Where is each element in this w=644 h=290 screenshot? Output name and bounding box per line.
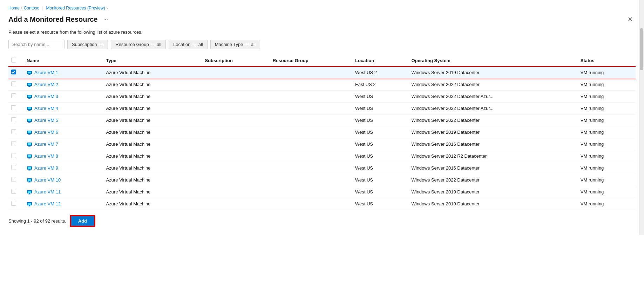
row-checkbox[interactable] bbox=[11, 117, 16, 122]
row-location-cell: West US 2 bbox=[351, 67, 407, 79]
vm-icon bbox=[27, 177, 32, 183]
row-checkbox-cell bbox=[8, 174, 22, 186]
scrollbar-track[interactable] bbox=[639, 0, 644, 235]
machine-type-filter[interactable]: Machine Type == all bbox=[210, 40, 260, 49]
row-resource-group-cell bbox=[269, 138, 351, 150]
results-count: Showing 1 - 92 of 92 results. bbox=[8, 218, 66, 224]
table-row[interactable]: Azure VM 12Azure Virtual MachineWest USW… bbox=[8, 198, 636, 210]
row-checkbox-cell bbox=[8, 138, 22, 150]
col-header-location: Location bbox=[351, 55, 407, 67]
scrollbar-thumb[interactable] bbox=[640, 28, 643, 70]
row-subscription-cell bbox=[201, 114, 268, 126]
resource-group-filter[interactable]: Resource Group == all bbox=[111, 40, 166, 49]
vm-link[interactable]: Azure VM 11 bbox=[27, 189, 97, 195]
table-row[interactable]: Azure VM 1Azure Virtual MachineWest US 2… bbox=[8, 67, 636, 79]
filter-bar: Subscription == Resource Group == all Lo… bbox=[8, 40, 636, 49]
resource-table: Name Type Subscription Resource Group Lo… bbox=[8, 55, 636, 210]
vm-link[interactable]: Azure VM 7 bbox=[27, 141, 97, 147]
col-header-status: Status bbox=[576, 55, 636, 67]
vm-name: Azure VM 7 bbox=[34, 141, 58, 147]
row-status-cell: VM running bbox=[576, 114, 636, 126]
vm-link[interactable]: Azure VM 10 bbox=[27, 177, 97, 183]
row-checkbox-cell bbox=[8, 186, 22, 198]
svg-rect-9 bbox=[28, 95, 31, 97]
table-row[interactable]: Azure VM 5Azure Virtual MachineWest USWi… bbox=[8, 114, 636, 126]
search-input[interactable] bbox=[8, 40, 65, 49]
row-checkbox[interactable] bbox=[11, 141, 16, 146]
row-location-cell: East US 2 bbox=[351, 79, 407, 91]
svg-rect-35 bbox=[29, 170, 30, 170]
row-checkbox-cell bbox=[8, 126, 22, 138]
row-checkbox[interactable] bbox=[11, 70, 16, 74]
row-resource-group-cell bbox=[269, 126, 351, 138]
row-name-cell: Azure VM 5 bbox=[22, 114, 102, 126]
vm-link[interactable]: Azure VM 1 bbox=[27, 70, 97, 75]
svg-rect-38 bbox=[28, 182, 30, 183]
row-checkbox[interactable] bbox=[11, 93, 16, 98]
row-subscription-cell bbox=[201, 67, 268, 79]
footer-row: Showing 1 - 92 of 92 results. Add bbox=[8, 216, 636, 226]
vm-name: Azure VM 11 bbox=[34, 189, 61, 195]
vm-link[interactable]: Azure VM 12 bbox=[27, 201, 97, 207]
add-button[interactable]: Add bbox=[70, 216, 95, 226]
vm-icon bbox=[27, 82, 32, 87]
row-checkbox[interactable] bbox=[11, 81, 16, 86]
close-button[interactable]: ✕ bbox=[625, 15, 636, 24]
row-checkbox[interactable] bbox=[11, 153, 16, 158]
row-checkbox[interactable] bbox=[11, 105, 16, 110]
row-os-cell: Windows Server 2016 Datacenter bbox=[407, 138, 576, 150]
table-row[interactable]: Azure VM 9Azure Virtual MachineWest USWi… bbox=[8, 162, 636, 174]
row-subscription-cell bbox=[201, 79, 268, 91]
table-row[interactable]: Azure VM 10Azure Virtual MachineWest USW… bbox=[8, 174, 636, 186]
vm-link[interactable]: Azure VM 2 bbox=[27, 82, 97, 87]
subscription-filter[interactable]: Subscription == bbox=[67, 40, 108, 49]
select-all-checkbox[interactable] bbox=[11, 58, 16, 62]
table-row[interactable]: Azure VM 6Azure Virtual MachineWest USWi… bbox=[8, 126, 636, 138]
row-resource-group-cell bbox=[269, 186, 351, 198]
row-subscription-cell bbox=[201, 103, 268, 114]
vm-link[interactable]: Azure VM 6 bbox=[27, 130, 97, 135]
row-status-cell: VM running bbox=[576, 91, 636, 103]
vm-link[interactable]: Azure VM 5 bbox=[27, 118, 97, 123]
row-name-cell: Azure VM 10 bbox=[22, 174, 102, 186]
svg-rect-42 bbox=[28, 194, 30, 195]
breadcrumb-home[interactable]: Home bbox=[8, 6, 20, 11]
vm-link[interactable]: Azure VM 9 bbox=[27, 165, 97, 171]
row-checkbox[interactable] bbox=[11, 201, 16, 206]
row-os-cell: Windows Server 2022 Datacenter bbox=[407, 114, 576, 126]
row-checkbox[interactable] bbox=[11, 177, 16, 182]
svg-rect-25 bbox=[28, 143, 31, 145]
row-checkbox[interactable] bbox=[11, 129, 16, 134]
vm-link[interactable]: Azure VM 4 bbox=[27, 106, 97, 111]
breadcrumb-contoso[interactable]: Contoso bbox=[24, 6, 40, 11]
breadcrumb-monitored[interactable]: Monitored Resources (Preview) bbox=[46, 6, 105, 11]
row-checkbox[interactable] bbox=[11, 189, 16, 194]
location-filter[interactable]: Location == all bbox=[169, 40, 208, 49]
table-row[interactable]: Azure VM 8Azure Virtual MachineWest USWi… bbox=[8, 150, 636, 162]
table-row[interactable]: Azure VM 2Azure Virtual MachineEast US 2… bbox=[8, 79, 636, 91]
table-row[interactable]: Azure VM 3Azure Virtual MachineWest USWi… bbox=[8, 91, 636, 103]
row-type-cell: Azure Virtual Machine bbox=[102, 198, 201, 210]
row-status-cell: VM running bbox=[576, 174, 636, 186]
vm-icon bbox=[27, 201, 32, 207]
vm-link[interactable]: Azure VM 8 bbox=[27, 153, 97, 159]
row-location-cell: West US bbox=[351, 162, 407, 174]
breadcrumb-pipe: | bbox=[42, 6, 43, 11]
row-checkbox[interactable] bbox=[11, 165, 16, 170]
row-name-cell: Azure VM 6 bbox=[22, 126, 102, 138]
more-options-button[interactable]: ··· bbox=[101, 15, 110, 23]
row-resource-group-cell bbox=[269, 91, 351, 103]
vm-link[interactable]: Azure VM 3 bbox=[27, 94, 97, 99]
breadcrumb: Home › Contoso | Monitored Resources (Pr… bbox=[8, 6, 636, 11]
table-row[interactable]: Azure VM 11Azure Virtual MachineWest USW… bbox=[8, 186, 636, 198]
table-row[interactable]: Azure VM 7Azure Virtual MachineWest USWi… bbox=[8, 138, 636, 150]
row-os-cell: Windows Server 2019 Datacenter bbox=[407, 67, 576, 79]
row-subscription-cell bbox=[201, 162, 268, 174]
table-row[interactable]: Azure VM 4Azure Virtual MachineWest USWi… bbox=[8, 103, 636, 114]
row-location-cell: West US bbox=[351, 138, 407, 150]
row-checkbox-cell bbox=[8, 67, 22, 79]
row-os-cell: Windows Server 2019 Datacenter bbox=[407, 198, 576, 210]
row-resource-group-cell bbox=[269, 114, 351, 126]
row-subscription-cell bbox=[201, 186, 268, 198]
svg-rect-27 bbox=[29, 146, 30, 146]
